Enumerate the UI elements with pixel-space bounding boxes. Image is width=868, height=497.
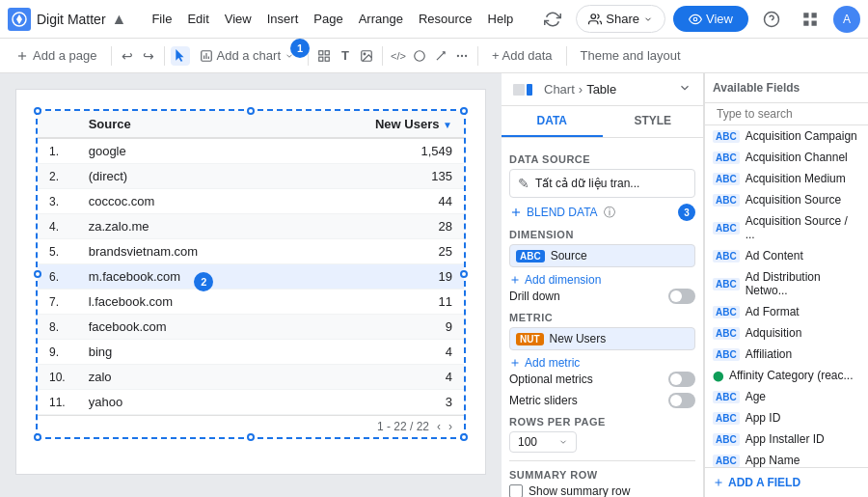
apps-button[interactable] bbox=[795, 4, 826, 35]
field-item[interactable]: ABCAcquisition Source bbox=[705, 189, 868, 210]
data-source-box[interactable]: ✎ Tất cả dữ liệu tran... bbox=[509, 169, 695, 198]
field-item[interactable]: ABCAd Content bbox=[705, 245, 868, 266]
help-button[interactable] bbox=[756, 4, 787, 35]
handle-ml[interactable] bbox=[34, 270, 41, 278]
handle-tl[interactable] bbox=[34, 107, 41, 115]
image-tool[interactable] bbox=[357, 46, 376, 66]
field-item[interactable]: ABCAdquisition bbox=[705, 322, 868, 344]
field-label: Ad Content bbox=[746, 249, 803, 262]
source-cell: m.facebook.com bbox=[77, 264, 297, 290]
field-item[interactable]: ABCAcquisition Source / ... bbox=[705, 210, 868, 245]
theme-layout-label: Theme and layout bbox=[581, 48, 681, 63]
menu-help[interactable]: Help bbox=[480, 8, 522, 30]
rows-per-page-input[interactable]: 100 bbox=[509, 431, 577, 453]
handle-bc[interactable] bbox=[247, 433, 255, 441]
avatar[interactable]: A bbox=[833, 6, 860, 33]
metric-name: New Users bbox=[550, 332, 607, 345]
menu-view[interactable]: View bbox=[217, 8, 259, 30]
field-item[interactable]: ABCAcquisition Campaign bbox=[705, 125, 868, 147]
add-page-button[interactable]: Add a page bbox=[8, 44, 105, 67]
canvas-area[interactable]: Source New Users ▼ 1. google 1,549 2. (d… bbox=[0, 73, 502, 497]
field-type-indicator: ABC bbox=[713, 391, 740, 403]
summary-checkbox[interactable] bbox=[509, 484, 523, 497]
search-input[interactable] bbox=[717, 107, 861, 121]
field-label: Acquisition Source bbox=[746, 193, 841, 207]
blend-info-icon[interactable]: ⓘ bbox=[604, 205, 615, 221]
field-item[interactable]: ABCApp ID bbox=[705, 407, 868, 428]
share-button[interactable]: Share bbox=[576, 5, 665, 33]
theme-layout-button[interactable]: Theme and layout bbox=[573, 44, 689, 67]
next-page-button[interactable]: › bbox=[448, 420, 452, 433]
dimension-item[interactable]: ABC Source bbox=[509, 244, 695, 267]
refresh-button[interactable] bbox=[537, 4, 568, 35]
unsaved-indicator: ▲ bbox=[112, 11, 127, 28]
field-item[interactable]: ⬤Affinity Category (reac... bbox=[705, 365, 868, 386]
panel-close-chevron[interactable] bbox=[678, 81, 692, 97]
prev-page-button[interactable]: ‹ bbox=[437, 420, 441, 433]
table-row: 10. zalo 4 bbox=[38, 365, 464, 390]
users-cell: 11 bbox=[297, 290, 464, 315]
field-item[interactable]: ABCAge bbox=[705, 386, 868, 407]
add-chart-button[interactable]: Add a chart bbox=[192, 44, 303, 67]
line-tool[interactable] bbox=[431, 46, 450, 66]
menu-arrange[interactable]: Arrange bbox=[351, 8, 411, 30]
menu-resource[interactable]: Resource bbox=[411, 8, 480, 30]
field-item[interactable]: ABCAcquisition Medium bbox=[705, 168, 868, 189]
field-item[interactable]: ABCApp Name bbox=[705, 450, 868, 467]
badge-3: 3 bbox=[678, 204, 695, 221]
cursor-tool[interactable] bbox=[171, 46, 190, 66]
field-type-indicator: ABC bbox=[713, 306, 740, 318]
code-tool[interactable]: </> bbox=[389, 46, 408, 66]
add-metric-button[interactable]: Add metric bbox=[509, 354, 695, 372]
field-item[interactable]: ABCAd Distribution Netwo... bbox=[705, 266, 868, 301]
field-type-indicator: ABC bbox=[713, 278, 740, 290]
add-page-label: Add a page bbox=[33, 48, 97, 63]
field-item[interactable]: ABCApp Installer ID bbox=[705, 428, 868, 450]
source-cell: yahoo bbox=[77, 390, 297, 415]
metric-item[interactable]: NUT New Users bbox=[509, 327, 695, 350]
menu-file[interactable]: File bbox=[144, 8, 179, 30]
table-widget[interactable]: Source New Users ▼ 1. google 1,549 2. (d… bbox=[36, 109, 466, 439]
add-field-button[interactable]: ADD A FIELD bbox=[705, 467, 868, 497]
handle-tc[interactable] bbox=[247, 107, 255, 115]
add-data-button[interactable]: + Add data bbox=[484, 44, 560, 67]
redo-button[interactable]: ↪ bbox=[139, 46, 158, 66]
handle-mr[interactable] bbox=[460, 270, 468, 278]
svg-rect-8 bbox=[812, 20, 817, 25]
field-type-indicator: ABC bbox=[713, 455, 740, 467]
menu-insert[interactable]: Insert bbox=[259, 8, 307, 30]
data-table: Source New Users ▼ 1. google 1,549 2. (d… bbox=[38, 111, 464, 415]
shape-tool[interactable] bbox=[410, 46, 429, 66]
handle-tr[interactable] bbox=[460, 107, 468, 115]
tab-style[interactable]: STYLE bbox=[603, 106, 704, 137]
field-item[interactable]: ABCAcquisition Channel bbox=[705, 147, 868, 168]
undo-button[interactable]: ↩ bbox=[118, 46, 137, 66]
row-num: 4. bbox=[38, 214, 77, 239]
row-num: 7. bbox=[38, 290, 77, 315]
rows-per-page-section: Rows per Page bbox=[509, 416, 695, 428]
grid-tool[interactable] bbox=[314, 46, 334, 66]
field-type-indicator: ABC bbox=[713, 348, 740, 361]
metric-sliders-toggle[interactable] bbox=[668, 393, 695, 408]
data-source-label: Data source bbox=[509, 153, 695, 165]
add-dimension-button[interactable]: Add dimension bbox=[509, 271, 695, 289]
text-tool[interactable]: T bbox=[336, 46, 355, 66]
field-type-indicator: ABC bbox=[713, 194, 740, 207]
drill-down-label: Drill down bbox=[509, 290, 560, 303]
more-shapes[interactable] bbox=[452, 46, 472, 66]
menu-edit[interactable]: Edit bbox=[179, 8, 216, 30]
view-button[interactable]: View bbox=[673, 6, 748, 32]
search-field-row bbox=[705, 103, 868, 125]
rpp-value: 100 bbox=[518, 435, 537, 449]
tab-data[interactable]: DATA bbox=[502, 106, 603, 137]
handle-bl[interactable] bbox=[34, 433, 41, 441]
handle-br[interactable] bbox=[460, 433, 468, 441]
blend-data-button[interactable]: BLEND DATA bbox=[509, 204, 598, 221]
field-label: Adquisition bbox=[746, 326, 802, 340]
field-item[interactable]: ABCAd Format bbox=[705, 301, 868, 322]
field-item[interactable]: ABCAffiliation bbox=[705, 344, 868, 365]
drill-down-toggle[interactable] bbox=[668, 289, 695, 304]
menu-page[interactable]: Page bbox=[306, 8, 350, 30]
field-type-indicator: ABC bbox=[713, 433, 740, 446]
optional-metrics-toggle[interactable] bbox=[668, 372, 695, 387]
